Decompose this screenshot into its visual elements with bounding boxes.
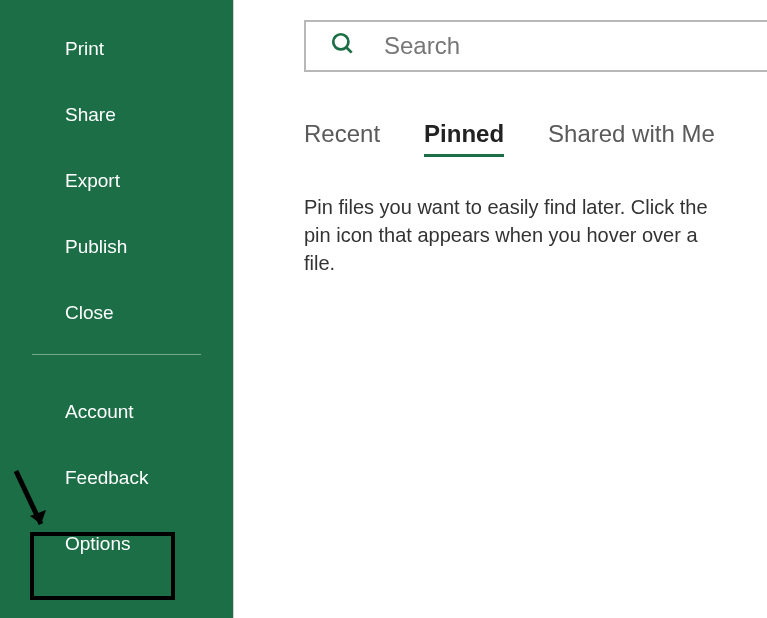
sidebar-item-label: Close (65, 302, 114, 323)
sidebar-item-label: Options (65, 533, 130, 554)
svg-point-2 (333, 34, 348, 49)
sidebar-item-publish[interactable]: Publish (0, 214, 233, 280)
tab-label: Recent (304, 120, 380, 147)
sidebar-divider (32, 354, 201, 355)
sidebar-item-close[interactable]: Close (0, 280, 233, 346)
sidebar-item-feedback[interactable]: Feedback (0, 445, 233, 511)
sidebar-item-options[interactable]: Options (0, 511, 233, 577)
backstage-sidebar: Print Share Export Publish Close Account… (0, 0, 233, 618)
sidebar-item-label: Print (65, 38, 104, 59)
main-content: Search Recent Pinned Shared with Me Pin … (233, 0, 767, 618)
search-placeholder: Search (384, 32, 460, 60)
svg-line-3 (346, 47, 351, 52)
sidebar-item-export[interactable]: Export (0, 148, 233, 214)
search-icon (330, 31, 356, 61)
sidebar-item-label: Publish (65, 236, 127, 257)
sidebar-item-label: Account (65, 401, 134, 422)
search-input[interactable]: Search (304, 20, 767, 72)
tab-recent[interactable]: Recent (304, 120, 380, 157)
tab-pinned[interactable]: Pinned (424, 120, 504, 157)
file-list-tabs: Recent Pinned Shared with Me (304, 120, 767, 157)
pinned-empty-hint: Pin files you want to easily find later.… (304, 193, 724, 277)
tab-label: Pinned (424, 120, 504, 147)
sidebar-item-label: Share (65, 104, 116, 125)
sidebar-item-label: Feedback (65, 467, 148, 488)
tab-label: Shared with Me (548, 120, 715, 147)
sidebar-item-label: Export (65, 170, 120, 191)
sidebar-item-account[interactable]: Account (0, 363, 233, 445)
sidebar-item-print[interactable]: Print (0, 0, 233, 82)
tab-shared-with-me[interactable]: Shared with Me (548, 120, 715, 157)
sidebar-item-share[interactable]: Share (0, 82, 233, 148)
